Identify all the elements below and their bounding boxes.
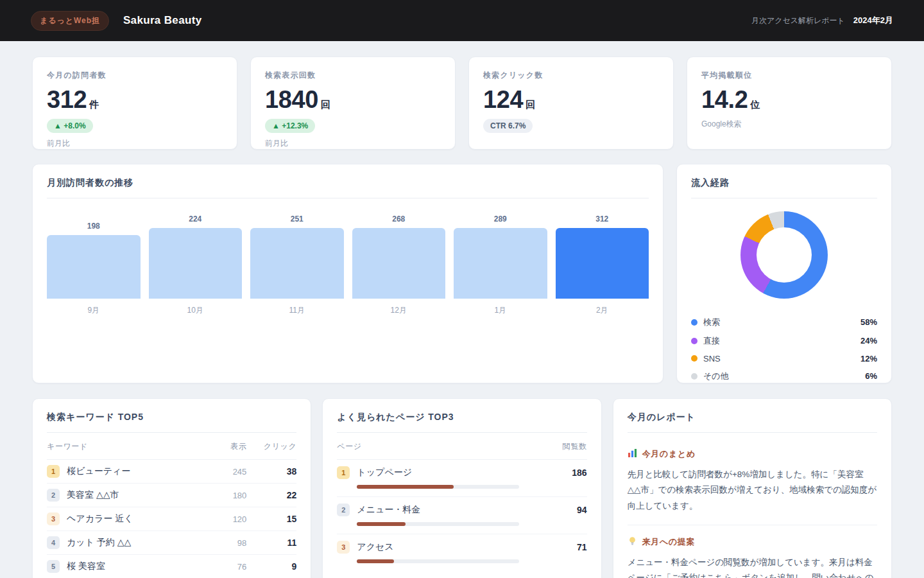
pages-list: 1トップページ1862メニュー・料金943アクセス71 [337, 460, 586, 571]
keywords-table-header: キーワード 表示 クリック [47, 433, 296, 460]
report-title: 今月のレポート [628, 412, 877, 433]
legend-value: 58% [860, 317, 877, 327]
top-bar: まるっとWeb担 Sakura Beauty 月次アクセス解析レポート 2024… [0, 0, 924, 41]
bar [47, 235, 141, 299]
impressions-value: 76 [205, 562, 246, 572]
bar [454, 228, 547, 299]
report-label: 月次アクセス解析レポート [751, 15, 845, 26]
bar-month-label: 1月 [454, 305, 547, 316]
rank-badge: 3 [47, 512, 60, 525]
kpi-row: 今月の訪問者数 312 件 ▲ +8.0% 前月比 検索表示回数 1840 回 … [32, 57, 892, 150]
clicks-value: 15 [246, 514, 296, 524]
bar-value-label: 268 [352, 215, 446, 223]
kpi-footnote: 前月比 [47, 138, 223, 149]
kpi-value: 1840 [265, 86, 318, 114]
legend-value: 24% [860, 336, 877, 346]
kpi-label: 検索表示回数 [265, 70, 441, 81]
col-clicks: クリック [246, 441, 296, 452]
pages-table-header: ページ 閲覧数 [337, 433, 586, 460]
bar-value-label: 251 [250, 215, 344, 223]
clicks-value: 9 [246, 561, 296, 572]
col-page: ページ [337, 441, 361, 452]
clicks-value: 22 [246, 490, 296, 500]
charts-row: 月別訪問者数の推移 1989月22410月25111月26812月2891月31… [32, 164, 892, 383]
donut-chart [740, 211, 828, 299]
kpi-value: 312 [47, 86, 87, 114]
legend-row: 検索58% [691, 313, 877, 331]
legend-row: SNS12% [691, 350, 877, 367]
list-item: 1トップページ186 [337, 460, 586, 497]
report-meta: 月次アクセス解析レポート 2024年2月 [751, 15, 893, 26]
bar-value-label: 198 [47, 222, 141, 231]
kpi-footnote: Google検索 [701, 119, 877, 130]
bar-month-label: 12月 [352, 305, 446, 316]
bar-column: 2891月 [454, 211, 547, 316]
kpi-unit: 回 [321, 99, 330, 111]
legend-label: その他 [703, 371, 729, 382]
keyword-text: 桜 美容室 [67, 561, 105, 572]
donut-legend: 検索58%直接24%SNS12%その他6% [691, 313, 877, 385]
keyword-text: 美容室 △△市 [67, 489, 119, 501]
bar [556, 228, 649, 299]
kpi-value-row: 1840 回 [265, 86, 441, 114]
chart-title: 月別訪問者数の推移 [47, 177, 649, 198]
bar-column: 26812月 [352, 211, 446, 316]
legend-label: SNS [703, 354, 721, 363]
kpi-label: 検索クリック数 [483, 70, 659, 81]
legend-label: 直接 [703, 335, 720, 347]
legend-dot-icon [691, 373, 697, 380]
bar-month-label: 2月 [556, 305, 649, 316]
views-bar-track [357, 522, 519, 526]
kpi-card-visitors: 今月の訪問者数 312 件 ▲ +8.0% 前月比 [32, 57, 237, 150]
kpi-card-position: 平均掲載順位 14.2 位 Google検索 [687, 57, 892, 150]
bottom-row: 検索キーワード TOP5 キーワード 表示 クリック 1桜ビューティー24538… [32, 398, 892, 578]
report-section-heading: 来月への提案 [628, 536, 877, 548]
kpi-value-row: 312 件 [47, 86, 223, 114]
col-keyword: キーワード [47, 441, 205, 452]
bar-column: 1989月 [47, 211, 141, 316]
kpi-footnote: 前月比 [265, 138, 441, 149]
impressions-value: 245 [205, 467, 246, 477]
monthly-visitors-chart-card: 月別訪問者数の推移 1989月22410月25111月26812月2891月31… [32, 164, 663, 383]
legend-dot-icon [691, 319, 697, 326]
keyword-text: カット 予約 △△ [67, 537, 131, 548]
page-name: アクセス [357, 541, 393, 553]
bar-month-label: 10月 [149, 305, 243, 316]
report-section-body: メニュー・料金ページの閲覧数が増加しています。来月は料金ページに「ご予約はこちら… [628, 555, 877, 578]
rank-badge: 5 [47, 560, 60, 573]
traffic-sources-card: 流入経路 検索58%直接24%SNS12%その他6% [676, 164, 892, 383]
report-sections: 今月のまとめ先月と比較して訪問者数が+8%増加しました。特に「美容室 △△市」で… [628, 448, 877, 578]
keyword-text: ヘアカラー 近く [67, 513, 133, 525]
bar-month-label: 11月 [250, 305, 344, 316]
views-value: 186 [572, 468, 586, 478]
legend-row: 直接24% [691, 331, 877, 350]
legend-value: 6% [865, 371, 877, 381]
keyword-text: 桜ビューティー [67, 466, 130, 477]
list-item: 3アクセス71 [337, 534, 586, 571]
kpi-value-row: 14.2 位 [701, 86, 877, 114]
kpi-card-clicks: 検索クリック数 124 回 CTR 6.7% [468, 57, 674, 150]
report-section-heading: 今月のまとめ [628, 448, 877, 460]
rank-badge: 2 [337, 504, 350, 516]
section-divider [628, 525, 877, 525]
keywords-title: 検索キーワード TOP5 [47, 412, 296, 433]
col-impressions: 表示 [205, 441, 246, 452]
views-bar-fill [357, 522, 406, 526]
bar-column: 25111月 [250, 211, 344, 316]
bar-value-label: 289 [454, 215, 547, 223]
report-section: 今月のまとめ先月と比較して訪問者数が+8%増加しました。特に「美容室 △△市」で… [628, 448, 877, 514]
monthly-report-card: 今月のレポート 今月のまとめ先月と比較して訪問者数が+8%増加しました。特に「美… [613, 398, 892, 578]
kpi-change-badge: ▲ +8.0% [47, 119, 93, 133]
views-value: 71 [577, 542, 587, 552]
bar-column: 22410月 [149, 211, 243, 316]
dashboard-content: 今月の訪問者数 312 件 ▲ +8.0% 前月比 検索表示回数 1840 回 … [0, 41, 924, 578]
views-bar-track [357, 559, 519, 563]
views-value: 94 [577, 505, 587, 515]
kpi-card-impressions: 検索表示回数 1840 回 ▲ +12.3% 前月比 [250, 57, 456, 150]
table-row: 5桜 美容室769 [47, 555, 296, 578]
top-pages-card: よく見られたページ TOP3 ページ 閲覧数 1トップページ1862メニュー・料… [322, 398, 601, 578]
bar [250, 228, 344, 299]
keywords-table-body: 1桜ビューティー245382美容室 △△市180223ヘアカラー 近く12015… [47, 460, 296, 578]
rank-badge: 3 [337, 541, 350, 554]
legend-label: 検索 [703, 317, 720, 328]
